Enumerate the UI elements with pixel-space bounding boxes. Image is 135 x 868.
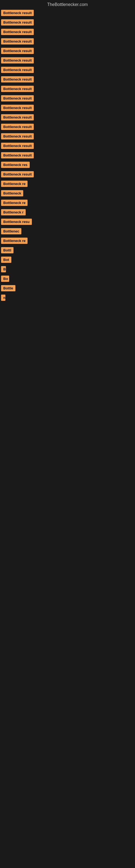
bottleneck-result-label[interactable]: Bottl bbox=[1, 247, 13, 253]
list-item: Bot bbox=[0, 255, 135, 265]
bottleneck-result-label[interactable]: Bottleneck result bbox=[1, 29, 34, 35]
list-item: B bbox=[0, 265, 135, 274]
list-item: Bottleneck result bbox=[0, 122, 135, 131]
bottleneck-result-label[interactable]: Bottleneck result bbox=[1, 86, 34, 92]
list-item: Bottleneck result bbox=[0, 169, 135, 179]
list-item: n bbox=[0, 293, 135, 303]
bottleneck-result-label[interactable]: Bottleneck result bbox=[1, 133, 34, 140]
list-item: Bottleneck res bbox=[0, 160, 135, 169]
bottleneck-result-label[interactable]: Bottleneck resu bbox=[1, 219, 32, 225]
list-item: Bottleneck result bbox=[0, 94, 135, 103]
list-item: Bottl bbox=[0, 246, 135, 255]
bottleneck-result-label[interactable]: Bottleneck re bbox=[1, 199, 28, 206]
bottleneck-result-label[interactable]: Bottleneck result bbox=[1, 76, 34, 83]
bottleneck-result-label[interactable]: Bottleneck r bbox=[1, 209, 26, 215]
bottleneck-result-label[interactable]: Bottleneck result bbox=[1, 114, 34, 120]
site-title: TheBottlenecker.com bbox=[0, 0, 135, 8]
list-item: Bo bbox=[0, 274, 135, 283]
list-item: Bottleneck re bbox=[0, 198, 135, 208]
list-item: Bottleneck result bbox=[0, 84, 135, 94]
list-item: Bottleneck result bbox=[0, 18, 135, 27]
bottleneck-result-label[interactable]: Bottleneck res bbox=[1, 162, 30, 168]
list-item: Bottleneck result bbox=[0, 46, 135, 56]
bottleneck-result-label[interactable]: Bottleneck result bbox=[1, 152, 34, 158]
bottleneck-result-label[interactable]: B bbox=[1, 266, 6, 272]
bottleneck-result-label[interactable]: Bottleneck result bbox=[1, 57, 34, 63]
list-item: Bottleneck re bbox=[0, 179, 135, 188]
list-item: Bottleneck result bbox=[0, 131, 135, 141]
bottleneck-result-label[interactable]: Bottleneck result bbox=[1, 19, 34, 26]
list-item: Bottleneck result bbox=[0, 141, 135, 151]
list-item: Bottleneck re bbox=[0, 236, 135, 246]
list-item: Bottleneck result bbox=[0, 151, 135, 160]
list-item: Bottleneck result bbox=[0, 113, 135, 122]
list-item: Bottleneck result bbox=[0, 65, 135, 74]
bottleneck-result-label[interactable]: Bottleneck re bbox=[1, 181, 28, 187]
bottleneck-result-label[interactable]: Bottleneck result bbox=[1, 10, 34, 16]
list-item: Bottleneck bbox=[0, 188, 135, 198]
bottleneck-result-label[interactable]: Bottleneck result bbox=[1, 105, 34, 111]
list-item: Bottleneck result bbox=[0, 56, 135, 65]
list-item: Bottleneck result bbox=[0, 37, 135, 46]
bottleneck-result-label[interactable]: Bottleneck result bbox=[1, 38, 34, 44]
list-item: Bottlenec bbox=[0, 226, 135, 236]
list-item: Bottleneck r bbox=[0, 208, 135, 217]
bottleneck-result-label[interactable]: Bottleneck result bbox=[1, 171, 34, 177]
bottleneck-result-label[interactable]: Bottleneck bbox=[1, 190, 23, 196]
bottleneck-result-label[interactable]: Bottlenec bbox=[1, 228, 21, 235]
list-item: Bottleneck result bbox=[0, 74, 135, 84]
list-item: Bottleneck result bbox=[0, 27, 135, 37]
list-item: Bottle bbox=[0, 283, 135, 293]
bottleneck-result-label[interactable]: Bottleneck result bbox=[1, 124, 34, 130]
bottleneck-result-label[interactable]: Bottleneck re bbox=[1, 238, 28, 244]
bottleneck-result-label[interactable]: n bbox=[1, 294, 5, 301]
bottleneck-result-label[interactable]: Bottle bbox=[1, 285, 15, 291]
list-item: Bottleneck result bbox=[0, 8, 135, 18]
bottleneck-result-label[interactable]: Bottleneck result bbox=[1, 67, 34, 73]
bottleneck-result-label[interactable]: Bottleneck result bbox=[1, 143, 34, 149]
bottleneck-result-label[interactable]: Bo bbox=[1, 276, 9, 282]
bottleneck-result-label[interactable]: Bottleneck result bbox=[1, 95, 34, 101]
bottleneck-result-label[interactable]: Bot bbox=[1, 257, 11, 263]
list-item: Bottleneck result bbox=[0, 103, 135, 113]
list-item: Bottleneck resu bbox=[0, 217, 135, 226]
bottleneck-result-label[interactable]: Bottleneck result bbox=[1, 48, 34, 54]
